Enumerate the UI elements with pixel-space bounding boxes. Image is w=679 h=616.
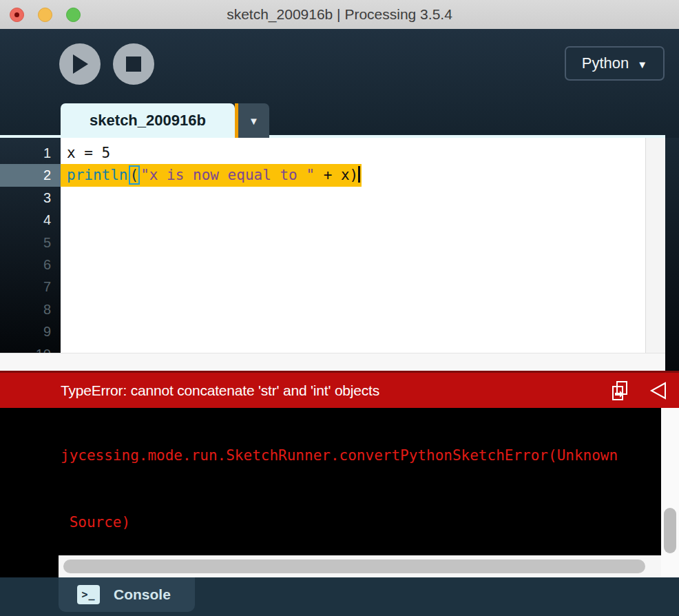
console-vertical-scrollbar-track[interactable] — [661, 408, 679, 577]
zoom-window-button[interactable] — [66, 8, 81, 22]
processing-ide-window: sketch_200916b | Processing 3.5.4 Python… — [0, 0, 679, 616]
string-token: "x is now equal to " — [140, 167, 315, 183]
console-horizontal-scrollbar-thumb[interactable] — [63, 559, 645, 573]
window-title: sketch_200916b | Processing 3.5.4 — [0, 6, 679, 23]
line-number: 4 — [0, 209, 61, 231]
line-number: 9 — [0, 320, 61, 342]
copy-error-icon[interactable] — [610, 380, 629, 402]
minimize-window-button[interactable] — [38, 8, 52, 22]
editor-horizontal-scrollbar[interactable] — [0, 353, 665, 371]
console-vertical-scrollbar-thumb[interactable] — [664, 508, 676, 553]
stop-button[interactable] — [113, 43, 154, 85]
line-number: 3 — [0, 187, 61, 209]
footer-bar: >_ Console — [0, 577, 679, 616]
line-number: 8 — [0, 298, 61, 320]
mode-selector-button[interactable]: Python ▼ — [565, 46, 665, 81]
tab-menu-button[interactable]: ▼ — [238, 103, 269, 138]
toolbar-and-tab-bar: Python ▼ sketch_200916b ▼ — [0, 29, 679, 138]
console-horizontal-scrollbar-track[interactable] — [59, 555, 661, 577]
code-token: + x) — [315, 167, 358, 183]
chevron-down-icon: ▼ — [249, 115, 259, 127]
line-number: 6 — [0, 254, 61, 276]
code-line-1: x = 5 — [61, 142, 645, 164]
code-line-2-error: println("x is now equal to " + x) — [61, 164, 645, 186]
run-button[interactable] — [59, 43, 101, 85]
line-number: 5 — [0, 232, 61, 254]
stack-trace-line: Source) — [61, 511, 679, 533]
close-window-button[interactable] — [10, 8, 24, 22]
play-icon — [71, 54, 89, 74]
text-cursor — [358, 166, 360, 183]
line-number: 10 — [0, 343, 61, 353]
editor-right-margin — [665, 138, 679, 371]
window-controls — [10, 0, 81, 29]
mode-label: Python — [582, 54, 629, 72]
stack-trace: jycessing.mode.run.SketchRunner.convertP… — [0, 408, 679, 577]
chevron-down-icon: ▼ — [637, 57, 647, 70]
terminal-icon: >_ — [77, 585, 100, 604]
line-number: 1 — [0, 142, 61, 164]
titlebar: sketch_200916b | Processing 3.5.4 — [0, 0, 679, 29]
error-banner: TypeError: cannot concatenate 'str' and … — [0, 371, 679, 408]
console-output[interactable]: jycessing.mode.run.SketchRunner.convertP… — [0, 408, 679, 577]
error-banner-actions — [610, 380, 668, 402]
collapse-console-icon[interactable] — [647, 381, 668, 400]
tab-sketch[interactable]: sketch_200916b — [61, 103, 235, 138]
console-tab-button[interactable]: >_ Console — [59, 577, 195, 612]
error-highlight: println("x is now equal to " + x) — [61, 164, 362, 186]
code-editor[interactable]: x = 5 println("x is now equal to " + x) — [61, 138, 645, 353]
line-number-selected: 2 — [0, 164, 61, 186]
error-message: TypeError: cannot concatenate 'str' and … — [61, 382, 610, 399]
line-number-gutter: 1 2 3 4 5 6 7 8 9 10 — [0, 138, 61, 353]
line-number: 7 — [0, 276, 61, 298]
function-token: println — [67, 167, 128, 183]
matched-paren-token: ( — [129, 165, 140, 185]
console-tab-label: Console — [114, 586, 171, 603]
editor-vertical-scrollbar[interactable] — [645, 138, 665, 353]
stack-trace-line: jycessing.mode.run.SketchRunner.convertP… — [61, 444, 679, 466]
stop-icon — [125, 56, 142, 72]
